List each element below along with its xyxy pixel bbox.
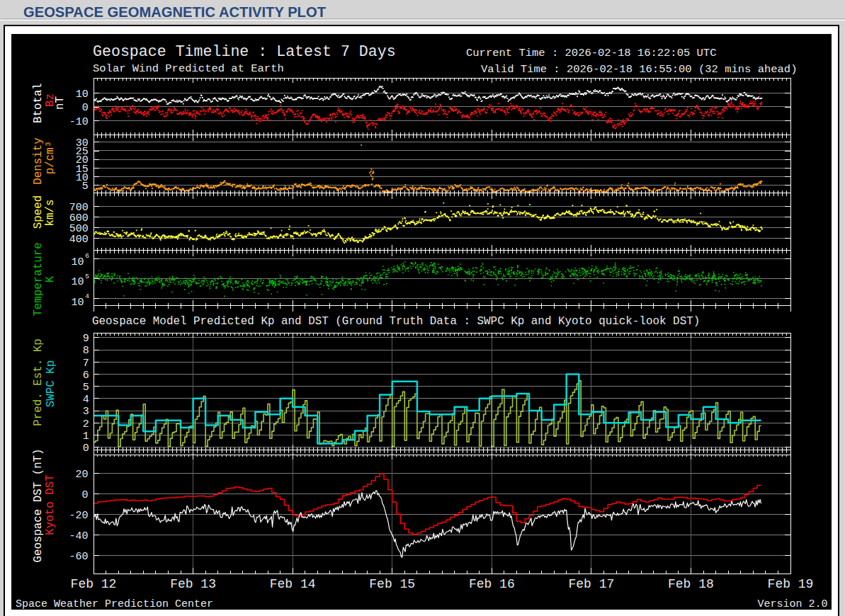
svg-text:Speed: Speed — [32, 195, 45, 229]
svg-text:Feb 12: Feb 12 — [71, 577, 117, 591]
svg-text:-10: -10 — [69, 116, 89, 128]
svg-text:km/s: km/s — [44, 200, 57, 227]
svg-text:4: 4 — [85, 292, 89, 300]
svg-text:Feb 17: Feb 17 — [568, 577, 614, 591]
svg-text:Current Time : 2026-02-18 16:2: Current Time : 2026-02-18 16:22:05 UTC — [466, 47, 716, 59]
svg-text:10: 10 — [76, 89, 89, 101]
svg-text:7: 7 — [83, 358, 89, 370]
svg-text:-40: -40 — [69, 530, 88, 542]
svg-text:SWPC Kp: SWPC Kp — [45, 360, 57, 407]
svg-text:K: K — [44, 275, 57, 283]
svg-text:0: 0 — [82, 102, 89, 114]
svg-text:9: 9 — [83, 333, 89, 345]
svg-text:Feb 13: Feb 13 — [170, 577, 216, 591]
svg-text:Space Weather Prediction Cente: Space Weather Prediction Center — [16, 598, 213, 610]
svg-text:Geospace Model Predicted Kp an: Geospace Model Predicted Kp and DST (Gro… — [92, 315, 700, 328]
svg-text:5: 5 — [82, 181, 89, 193]
svg-text:Kyoto DST: Kyoto DST — [44, 474, 57, 535]
svg-text:Pred. Est. Kp: Pred. Est. Kp — [32, 338, 45, 426]
svg-text:Feb 18: Feb 18 — [668, 577, 714, 591]
svg-text:Feb 14: Feb 14 — [270, 577, 316, 591]
svg-text:-20: -20 — [69, 510, 88, 522]
svg-text:6: 6 — [85, 252, 89, 260]
svg-text:Temperature: Temperature — [32, 242, 45, 316]
svg-text:nT: nT — [54, 96, 67, 110]
svg-text:3: 3 — [83, 406, 89, 418]
svg-text:0: 0 — [81, 489, 88, 501]
svg-text:-60: -60 — [69, 551, 88, 563]
svg-text:Geospace Timeline : Latest 7 D: Geospace Timeline : Latest 7 Days — [93, 43, 396, 60]
svg-text:Solar Wind Predicted at Earth: Solar Wind Predicted at Earth — [93, 62, 284, 75]
svg-text:Geospace DST (nT): Geospace DST (nT) — [32, 448, 45, 562]
svg-text:10: 10 — [72, 276, 84, 288]
svg-text:10: 10 — [72, 256, 84, 268]
svg-text:8: 8 — [83, 345, 89, 357]
svg-text:5: 5 — [85, 273, 89, 280]
svg-text:p/cm³: p/cm³ — [44, 141, 57, 174]
svg-text:Btotal: Btotal — [32, 83, 45, 123]
svg-text:Density: Density — [32, 137, 45, 184]
svg-text:6: 6 — [83, 370, 89, 382]
svg-text:Valid Time : 2026-02-18 16:55:: Valid Time : 2026-02-18 16:55:00 (32 min… — [481, 63, 797, 76]
svg-text:2: 2 — [83, 418, 89, 430]
svg-text:10: 10 — [72, 297, 84, 309]
svg-text:1: 1 — [83, 430, 89, 443]
svg-text:Version 2.0: Version 2.0 — [757, 598, 827, 610]
svg-text:20: 20 — [75, 469, 88, 481]
svg-text:Feb 16: Feb 16 — [469, 577, 515, 591]
svg-text:Feb 19: Feb 19 — [768, 577, 814, 591]
svg-text:400: 400 — [69, 234, 89, 246]
svg-text:4: 4 — [83, 394, 89, 406]
svg-text:5: 5 — [83, 382, 89, 394]
svg-text:Feb 15: Feb 15 — [369, 577, 415, 591]
svg-text:0: 0 — [83, 443, 89, 455]
